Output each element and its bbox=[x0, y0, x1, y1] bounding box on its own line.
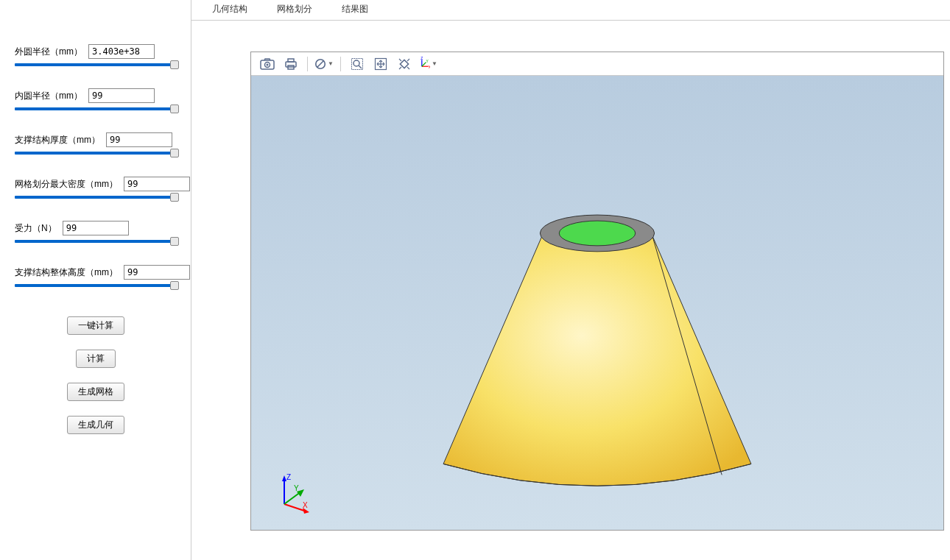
param-label: 支撑结构整体高度（mm） bbox=[15, 266, 118, 279]
support-height-input[interactable] bbox=[124, 265, 190, 280]
param-support-thickness: 支撑结构厚度（mm） bbox=[15, 132, 176, 155]
3d-viewport[interactable]: Z X Y bbox=[251, 76, 943, 530]
tab-geometry[interactable]: 几何结构 bbox=[206, 0, 253, 20]
param-label: 外圆半径（mm） bbox=[15, 46, 82, 58]
one-click-calc-button[interactable]: 一键计算 bbox=[67, 316, 124, 335]
slider-thumb[interactable] bbox=[170, 237, 179, 246]
svg-line-17 bbox=[422, 62, 426, 66]
slider-thumb[interactable] bbox=[170, 60, 179, 69]
viewport-panel: ▼ ZXY ▼ bbox=[250, 52, 944, 531]
svg-point-9 bbox=[353, 60, 359, 66]
triad-y-label: Y bbox=[294, 484, 299, 492]
mesh-density-slider[interactable] bbox=[15, 196, 176, 199]
force-slider[interactable] bbox=[15, 240, 176, 243]
axes-icon[interactable]: ZXY ▼ bbox=[418, 54, 438, 74]
gen-mesh-button[interactable]: 生成网格 bbox=[67, 383, 124, 401]
action-buttons: 一键计算 计算 生成网格 生成几何 bbox=[15, 316, 176, 434]
support-thickness-slider[interactable] bbox=[15, 152, 176, 155]
outer-radius-input[interactable] bbox=[88, 44, 155, 59]
svg-text:Z: Z bbox=[421, 57, 423, 60]
param-support-height: 支撑结构整体高度（mm） bbox=[15, 265, 176, 287]
svg-text:Y: Y bbox=[426, 59, 429, 63]
coordinate-triad: Z X Y bbox=[273, 471, 317, 515]
zoom-window-icon[interactable] bbox=[347, 54, 367, 74]
sidebar: 外圆半径（mm） 内圆半径（mm） 支撑结构厚度（mm） 网格划分最大密度（mm… bbox=[0, 0, 191, 560]
toolbar-separator bbox=[307, 57, 308, 71]
dropdown-arrow-icon: ▼ bbox=[432, 60, 437, 67]
slider-thumb[interactable] bbox=[170, 149, 179, 157]
param-label: 受力（N） bbox=[15, 222, 57, 235]
svg-point-23 bbox=[559, 221, 635, 246]
calc-button[interactable]: 计算 bbox=[76, 350, 116, 368]
svg-line-7 bbox=[317, 60, 324, 67]
toolbar-separator bbox=[340, 57, 341, 71]
svg-rect-4 bbox=[288, 59, 294, 62]
triad-z-label: Z bbox=[286, 473, 291, 481]
svg-rect-3 bbox=[286, 62, 296, 67]
param-mesh-density: 网格划分最大密度（mm） bbox=[15, 177, 176, 199]
tab-mesh[interactable]: 网格划分 bbox=[271, 0, 318, 20]
slider-thumb[interactable] bbox=[170, 104, 179, 113]
param-label: 网格划分最大密度（mm） bbox=[15, 178, 118, 191]
svg-line-10 bbox=[359, 65, 362, 68]
fit-icon[interactable] bbox=[370, 54, 391, 74]
support-height-slider[interactable] bbox=[15, 284, 176, 287]
mesh-density-input[interactable] bbox=[124, 177, 190, 191]
triad-x-label: X bbox=[303, 501, 308, 509]
force-input[interactable] bbox=[63, 221, 129, 235]
forbid-icon[interactable]: ▼ bbox=[314, 54, 334, 74]
inner-radius-slider[interactable] bbox=[15, 107, 176, 110]
slider-thumb[interactable] bbox=[170, 193, 179, 202]
support-thickness-input[interactable] bbox=[106, 132, 172, 147]
param-label: 内圆半径（mm） bbox=[15, 90, 82, 102]
svg-point-2 bbox=[267, 63, 269, 65]
main-area: 几何结构 网格划分 结果图 ▼ bbox=[191, 0, 950, 560]
tab-bar: 几何结构 网格划分 结果图 bbox=[191, 0, 950, 21]
param-force: 受力（N） bbox=[15, 221, 176, 243]
param-label: 支撑结构厚度（mm） bbox=[15, 134, 100, 146]
cone-model bbox=[251, 76, 943, 530]
gen-geom-button[interactable]: 生成几何 bbox=[67, 416, 124, 434]
svg-rect-14 bbox=[400, 60, 408, 68]
tab-result[interactable]: 结果图 bbox=[336, 0, 374, 20]
param-outer-radius: 外圆半径（mm） bbox=[15, 44, 176, 66]
svg-text:X: X bbox=[429, 65, 430, 68]
camera-icon[interactable] bbox=[257, 54, 278, 74]
inner-radius-input[interactable] bbox=[88, 88, 155, 103]
viewport-toolbar: ▼ ZXY ▼ bbox=[251, 52, 943, 76]
outer-radius-slider[interactable] bbox=[15, 63, 176, 66]
dropdown-arrow-icon: ▼ bbox=[328, 60, 334, 67]
param-inner-radius: 内圆半径（mm） bbox=[15, 88, 176, 110]
zoom-extents-icon[interactable] bbox=[394, 54, 415, 74]
print-icon[interactable] bbox=[281, 54, 301, 74]
slider-thumb[interactable] bbox=[170, 281, 179, 290]
